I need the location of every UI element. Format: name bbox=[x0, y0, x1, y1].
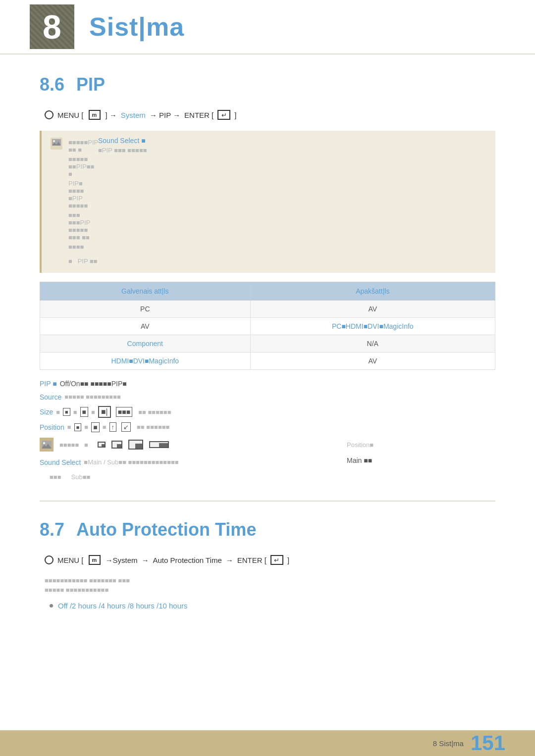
pip-size-icons: ■ bbox=[56, 408, 60, 416]
apt-options-item: Off /2 hours /4 hours /8 hours /10 hours bbox=[50, 602, 495, 610]
size-box-1 bbox=[98, 442, 106, 448]
pip-position-row: Position ■ ■ ■ ■ ■ ↑ ↙ ■■ ■■■■■■ bbox=[40, 421, 495, 433]
chapter-number: 8 bbox=[43, 7, 61, 46]
pip-onoff-row: PIP ■ Off/On■■ ■■■■■PIP■ bbox=[40, 380, 495, 388]
menu-path-arrow2: → PIP → bbox=[150, 111, 180, 119]
pip-size-icon-wide: ■■■ bbox=[116, 407, 132, 417]
apt-note-line2: ■■■■■ ■■■■■■■■■■■ bbox=[45, 586, 495, 594]
apt-arrow1: →System bbox=[106, 556, 138, 564]
note-line2a: ■■■■■ ■■PIP■■ ■ bbox=[68, 155, 98, 178]
pip-menu-path: MENU [ m ] → System → PIP → ENTER [ ↵ ] bbox=[45, 110, 495, 120]
pip-source-value: ■■■■■ ■■■■■■■■■ bbox=[64, 393, 121, 401]
pip-sound-value: ■Main / Sub■■ ■■■■■■■■■■■■■ bbox=[84, 458, 178, 466]
pip-position-right-label: Position■ bbox=[347, 441, 374, 449]
menu-m-icon: m bbox=[89, 110, 101, 120]
apt-arrow2: → bbox=[142, 556, 149, 564]
table-col2-header: Apakšatt|ls bbox=[250, 282, 495, 301]
table-cell-pc-sub: AV bbox=[250, 301, 495, 318]
apt-menu-text: MENU [ bbox=[57, 556, 84, 564]
menu-bracket-close: ] bbox=[234, 111, 236, 119]
apt-menu-m-icon: m bbox=[89, 555, 101, 565]
section-apt-title: Auto Protection Time bbox=[76, 519, 256, 540]
footer-page-number: 151 bbox=[471, 731, 505, 755]
section-pip-title: PIP bbox=[76, 74, 105, 95]
main-content: 8.6 PIP MENU [ m ] → System → PIP → ENTE… bbox=[0, 54, 535, 635]
apt-note-line1: ■■■■■■■■■■■ ■■■■■■■ ■■■ bbox=[45, 577, 495, 584]
section-apt-num: 8.7 bbox=[40, 519, 64, 540]
note-line1: ■■■■■PIP ■■ ■ bbox=[68, 139, 98, 153]
section-pip-num: 8.6 bbox=[40, 74, 64, 95]
size-box-3 bbox=[128, 440, 143, 450]
pip-size-icon-small: ■ bbox=[63, 408, 70, 416]
pip-source-row: Source ■■■■■ ■■■■■■■■■ bbox=[40, 391, 495, 403]
footer-label: 8 Sist|ma bbox=[433, 739, 464, 748]
pip-sound-main-icon: ■■■ bbox=[50, 473, 61, 481]
pip-pos-icon3: ↑ bbox=[109, 422, 117, 432]
table-cell-av-main: AV bbox=[40, 318, 251, 335]
section-divider bbox=[40, 501, 495, 502]
note-pip-sub: ■PIP ■■■ ■■■■■ bbox=[98, 147, 247, 154]
page-header: 8 Sist|ma bbox=[0, 0, 535, 54]
pip-pos-suffix: ■■ ■■■■■■ bbox=[137, 423, 169, 431]
pip-sound-select-row: Sound Select ■Main / Sub■■ ■■■■■■■■■■■■■ bbox=[40, 456, 347, 468]
enter-icon: ↵ bbox=[217, 110, 230, 120]
apt-enter-text: ENTER [ bbox=[237, 556, 267, 564]
menu-system-link: System bbox=[121, 111, 146, 119]
table-cell-hdmi-main: HDMI■DVI■MagicInfo bbox=[40, 353, 251, 370]
pip-size-icon-med: ■ bbox=[80, 407, 88, 417]
menu-enter-text: ENTER [ bbox=[184, 111, 214, 119]
pip-size-suffix: ■■ ■■■■■■ bbox=[138, 408, 171, 416]
table-row: HDMI■DVI■MagicInfo AV bbox=[40, 353, 495, 370]
table-cell-comp-sub: N/A bbox=[250, 335, 495, 353]
note-content: ■■■■■PIP ■■ ■ ■■■■■ ■■PIP■■ ■ PIP■ ■■■■ … bbox=[68, 137, 197, 267]
note-row1: ■■■■■PIP ■■ ■ ■■■■■ ■■PIP■■ ■ PIP■ ■■■■ … bbox=[68, 137, 197, 252]
pip-controls: PIP ■ Off/On■■ ■■■■■PIP■ Source ■■■■■ ■■… bbox=[40, 380, 495, 483]
page-footer: 8 Sist|ma 151 bbox=[0, 730, 535, 756]
pip-sound-sub-icon: Sub■■ bbox=[71, 473, 91, 481]
apt-enter-icon: ↵ bbox=[270, 555, 283, 565]
section-apt-heading: 8.7 Auto Protection Time bbox=[40, 519, 495, 540]
pip-size-sep2: ■ bbox=[91, 408, 95, 416]
pip-pos-icon4: ↙ bbox=[121, 422, 131, 432]
note-icon-wrapper bbox=[50, 137, 63, 152]
note-pip-label: ■ PIP ■■ bbox=[68, 257, 197, 265]
pip-position-label: Position bbox=[40, 423, 64, 431]
table-row: AV PC■HDMI■DVI■MagicInfo bbox=[40, 318, 495, 335]
pip-img-section: ■■■■■ ■ Position■ bbox=[40, 438, 495, 452]
pip-source-label: Source bbox=[40, 393, 61, 401]
pip-size-row: Size ■ ■ ■ ■ ■ ■| ■■■ ■■ ■■■■■■ bbox=[40, 406, 495, 418]
size-box-2 bbox=[111, 441, 122, 449]
pip-table: Galvenais att|ls Apakšatt|ls PC AV AV PC… bbox=[40, 282, 495, 370]
note-line3a: ■■■ ■■■PIP ■■■■■ ■■■ ■■ bbox=[68, 211, 98, 241]
table-cell-hdmi-sub: AV bbox=[250, 353, 495, 370]
note-image-icon bbox=[50, 137, 63, 151]
note-sound-select: Sound Select ■ bbox=[98, 137, 247, 145]
apt-arrow3: → bbox=[226, 556, 233, 564]
svg-point-3 bbox=[53, 140, 55, 142]
table-row: Component N/A bbox=[40, 335, 495, 353]
chapter-number-block: 8 bbox=[30, 4, 74, 49]
table-cell-av-sub: PC■HDMI■DVI■MagicInfo bbox=[250, 318, 495, 335]
pip-onoff-label: PIP ■ bbox=[40, 380, 57, 388]
circle-icon bbox=[45, 110, 54, 119]
svg-point-6 bbox=[43, 442, 45, 444]
pip-position-icons: ■ bbox=[67, 423, 71, 431]
pip-pos-icon1: ■ bbox=[74, 423, 82, 431]
table-row: PC AV bbox=[40, 301, 495, 318]
pip-img-note-icon bbox=[40, 438, 54, 452]
apt-bullet-dot bbox=[50, 604, 53, 607]
pip-img-label: ■■■■■ ■ bbox=[59, 441, 92, 449]
table-cell-comp-main: Component bbox=[40, 335, 251, 353]
pip-size-sep1: ■ bbox=[73, 408, 77, 416]
pip-size-icon-large: ■| bbox=[98, 406, 111, 418]
pip-sound-label: Sound Select bbox=[40, 458, 81, 466]
pip-onoff-value: Off/On■■ ■■■■■PIP■ bbox=[60, 380, 127, 388]
pip-sound-options: ■■■ Sub■■ bbox=[50, 471, 347, 483]
chapter-title: Sist|ma bbox=[89, 12, 184, 42]
pip-pos-sep1: ■ bbox=[84, 423, 88, 431]
pip-sound-select-right: Main ■■ bbox=[347, 456, 372, 464]
pip-size-label: Size bbox=[40, 408, 53, 416]
note-line2b: PIP■ ■■■■ ■PIP ■■■■■ bbox=[68, 180, 98, 209]
pip-sound-row: Sound Select ■Main / Sub■■ ■■■■■■■■■■■■■… bbox=[40, 456, 495, 483]
apt-protection-time: Auto Protection Time bbox=[153, 556, 222, 564]
